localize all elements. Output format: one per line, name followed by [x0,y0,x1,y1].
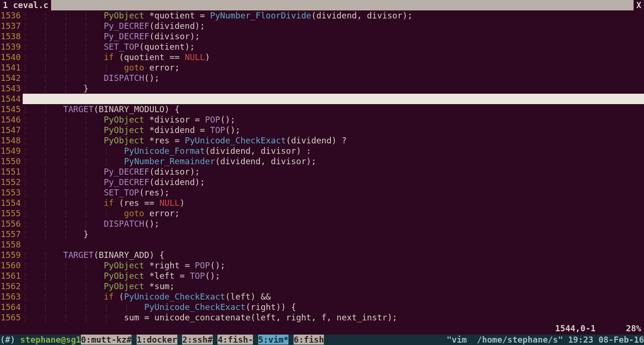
status-right: "vim /home/stephane/s" 19:23 08-Feb-16 [446,335,644,345]
code-text: ¦ ¦ ¦ ¦ Py_DECREF(divisor); [23,167,644,177]
code-text: ¦ ¦ ¦ ¦ PyObject *divisor = POP(); [23,115,644,125]
line-number: 1563 [0,292,23,302]
code-text [23,239,644,250]
line-number: 1565 [0,312,23,323]
line-number: 1561 [0,271,23,281]
code-line[interactable]: 1541¦ ¦ ¦ ¦ ¦ goto error; [0,62,644,73]
code-line[interactable]: 1538¦ ¦ ¦ ¦ Py_DECREF(divisor); [0,31,644,42]
line-number: 1538 [0,31,23,42]
code-text: ¦ ¦ ¦ ¦ Py_DECREF(dividend); [23,177,644,187]
code-line[interactable]: 1549¦ ¦ ¦ ¦ ¦ PyUnicode_Format(dividend,… [0,146,644,156]
code-text: ¦ ¦ ¦ ¦ if (PyUnicode_CheckExact(left) &… [23,292,644,302]
tmux-window[interactable]: 6:fish [294,335,324,345]
code-text: ¦ ¦ ¦ ¦ PyObject *res = PyUnicode_CheckE… [23,135,644,146]
tab-active[interactable]: 1 ceval.c [0,0,51,10]
code-text: ¦ ¦ ¦ ¦ PyObject *left = TOP(); [23,271,644,281]
ruler-position: 1544,0-1 28% [555,323,641,334]
code-text: ¦ ¦ ¦ ¦ PyObject *quotient = PyNumber_Fl… [23,10,644,21]
code-line[interactable]: 1542¦ ¦ ¦ ¦ DISPATCH(); [0,73,644,83]
code-line[interactable]: 1555¦ ¦ ¦ ¦ ¦ goto error; [0,208,644,219]
line-number: 1548 [0,135,23,146]
code-line[interactable]: 1551¦ ¦ ¦ ¦ Py_DECREF(divisor); [0,167,644,177]
code-line[interactable]: 1543¦ ¦ ¦ } [0,83,644,94]
code-text: ¦ ¦ ¦ ¦ SET_TOP(res); [23,187,644,198]
status-windows: 0:mutt-kz# 1:docker 2:ssh# 4:fish- 5:vim… [81,335,329,345]
editor-viewport[interactable]: 1536¦ ¦ ¦ ¦ PyObject *quotient = PyNumbe… [0,10,644,335]
code-line[interactable]: 1558 [0,239,644,250]
line-number: 1550 [0,156,23,167]
line-number: 1560 [0,260,23,271]
code-line[interactable]: 1557¦ ¦ ¦ } [0,229,644,239]
code-line[interactable]: 1560¦ ¦ ¦ ¦ PyObject *right = POP(); [0,260,644,271]
code-text: ¦ ¦ ¦ ¦ Py_DECREF(divisor); [23,31,644,42]
code-text: ¦ ¦ ¦ ¦ if (quotient == NULL) [23,52,644,62]
code-line[interactable]: 1564¦ ¦ ¦ ¦ ¦ ¦ PyUnicode_CheckExact(rig… [0,302,644,312]
code-text: ¦ ¦ ¦ } [23,229,644,239]
code-line[interactable]: 1546¦ ¦ ¦ ¦ PyObject *divisor = POP(); [0,115,644,125]
line-number: 1554 [0,198,23,208]
code-line[interactable]: 1565¦ ¦ ¦ ¦ ¦ sum = unicode_concatenate(… [0,312,644,323]
code-line[interactable]: 1561¦ ¦ ¦ ¦ PyObject *left = TOP(); [0,271,644,281]
code-text: ¦ ¦ ¦ ¦ Py_DECREF(dividend); [23,21,644,31]
code-line[interactable]: 1556¦ ¦ ¦ ¦ DISPATCH(); [0,219,644,229]
code-text: ¦ ¦ ¦ ¦ PyObject *dividend = TOP(); [23,125,644,135]
code-line[interactable]: 1563¦ ¦ ¦ ¦ if (PyUnicode_CheckExact(lef… [0,292,644,302]
line-number: 1545 [0,104,23,115]
code-text: ¦ ¦ ¦ ¦ ¦ ¦ PyUnicode_CheckExact(right))… [23,302,644,312]
code-line[interactable]: 1550¦ ¦ ¦ ¦ ¦ PyNumber_Remainder(dividen… [0,156,644,167]
code-line[interactable]: 1559¦ ¦ TARGET(BINARY_ADD) { [0,250,644,260]
line-number: 1556 [0,219,23,229]
tmux-window[interactable]: 4:fish- [218,335,253,345]
code-line[interactable]: 1536¦ ¦ ¦ ¦ PyObject *quotient = PyNumbe… [0,10,644,21]
status-prefix: (#) [0,335,20,345]
tmux-window[interactable]: 0:mutt-kz# [81,335,131,345]
line-number: 1555 [0,208,23,219]
code-text: ¦ ¦ ¦ ¦ ¦ goto error; [23,62,644,73]
line-number: 1551 [0,167,23,177]
line-number: 1557 [0,229,23,239]
line-number: 1539 [0,42,23,52]
line-number: 1537 [0,21,23,31]
code-text: ¦ ¦ ¦ ¦ DISPATCH(); [23,219,644,229]
line-number: 1536 [0,10,23,21]
code-text [23,94,644,104]
code-line[interactable]: 1562¦ ¦ ¦ ¦ PyObject *sum; [0,281,644,292]
code-line[interactable]: 1539¦ ¦ ¦ ¦ SET_TOP(quotient); [0,42,644,52]
line-number: 1558 [0,239,23,250]
line-number: 1542 [0,73,23,83]
code-line[interactable]: 1553¦ ¦ ¦ ¦ SET_TOP(res); [0,187,644,198]
code-line[interactable]: 1540¦ ¦ ¦ ¦ if (quotient == NULL) [0,52,644,62]
line-number: 1544 [0,94,23,104]
code-line[interactable]: 1548¦ ¦ ¦ ¦ PyObject *res = PyUnicode_Ch… [0,135,644,146]
code-text: ¦ ¦ ¦ ¦ if (res == NULL) [23,198,644,208]
code-text: ¦ ¦ ¦ ¦ SET_TOP(quotient); [23,42,644,52]
tmux-statusbar: (#) stephane@sg1 0:mutt-kz# 1:docker 2:s… [0,335,644,345]
tmux-window[interactable]: 2:ssh# [182,335,212,345]
code-text: ¦ ¦ TARGET(BINARY_ADD) { [23,250,644,260]
line-number: 1541 [0,62,23,73]
code-line[interactable]: 1554¦ ¦ ¦ ¦ if (res == NULL) [0,198,644,208]
tab-close-button[interactable]: X [634,0,644,10]
line-number: 1549 [0,146,23,156]
code-line[interactable]: 1545¦ ¦ TARGET(BINARY_MODULO) { [0,104,644,115]
tmux-window[interactable]: 1:docker [137,335,177,345]
code-text: ¦ ¦ ¦ ¦ ¦ sum = unicode_concatenate(left… [23,312,644,323]
code-text: ¦ ¦ ¦ ¦ ¦ PyNumber_Remainder(dividend, d… [23,156,644,167]
code-line[interactable]: 1552¦ ¦ ¦ ¦ Py_DECREF(dividend); [0,177,644,187]
line-number: 1547 [0,125,23,135]
line-number: 1546 [0,115,23,125]
line-number: 1540 [0,52,23,62]
code-line[interactable]: 1537¦ ¦ ¦ ¦ Py_DECREF(dividend); [0,21,644,31]
line-number: 1543 [0,83,23,94]
code-text: ¦ ¦ ¦ ¦ ¦ PyUnicode_Format(dividend, div… [23,146,644,156]
code-text: ¦ ¦ TARGET(BINARY_MODULO) { [23,104,644,115]
line-number: 1564 [0,302,23,312]
code-line[interactable]: 1544 [0,94,644,104]
code-text: ¦ ¦ ¦ } [23,83,644,94]
line-number: 1559 [0,250,23,260]
tmux-window[interactable]: 5:vim* [258,335,288,345]
code-line[interactable]: 1547¦ ¦ ¦ ¦ PyObject *dividend = TOP(); [0,125,644,135]
line-number: 1562 [0,281,23,292]
line-number: 1553 [0,187,23,198]
line-number: 1552 [0,177,23,187]
